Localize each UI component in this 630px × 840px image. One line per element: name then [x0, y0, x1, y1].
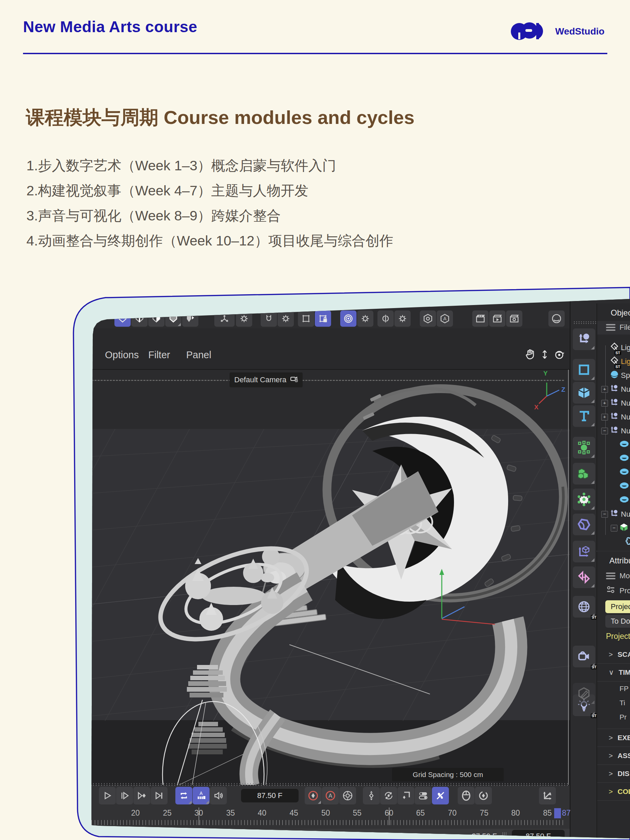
- viewport-3d[interactable]: Default Camera Y Z X Grid Spacing : 500 …: [68, 370, 570, 785]
- keyframe-mute-icon[interactable]: [432, 787, 449, 804]
- expand-minus-icon[interactable]: −: [601, 428, 608, 434]
- current-frame-field[interactable]: 87.50 F: [241, 789, 298, 802]
- panel-drag-handle[interactable]: [573, 321, 597, 324]
- section-col[interactable]: >COL: [597, 783, 630, 801]
- points-tool-icon[interactable]: [573, 437, 595, 458]
- field-time[interactable]: Ti: [597, 696, 630, 710]
- object-row-spline[interactable]: [597, 535, 630, 549]
- frame-grid-icon[interactable]: [298, 311, 314, 327]
- record-auto-icon[interactable]: A: [322, 787, 339, 804]
- cube-tool-icon[interactable]: [573, 382, 595, 404]
- expand-plus-icon[interactable]: +: [601, 414, 608, 420]
- text-tool-icon[interactable]: [573, 405, 595, 427]
- attributes-panel: Attribut Mod Pro Projec To Do Project >S…: [597, 552, 630, 840]
- axis-cube-tool-icon[interactable]: [573, 541, 595, 562]
- coordinates-icon[interactable]: [539, 787, 556, 804]
- clapper-play-icon[interactable]: [489, 311, 505, 327]
- timeline-drag-handle[interactable]: [68, 783, 570, 786]
- go-to-end-icon[interactable]: [151, 787, 167, 804]
- section-ass[interactable]: >ASS: [597, 747, 630, 765]
- hand-icon[interactable]: [526, 349, 535, 362]
- object-row-null[interactable]: + Nu: [597, 396, 630, 410]
- mouse-record-icon[interactable]: [458, 787, 475, 804]
- object-row-torus[interactable]: [597, 466, 630, 479]
- record-position-icon[interactable]: [305, 787, 322, 804]
- expand-minus-icon[interactable]: −: [611, 525, 617, 532]
- playhead-frame-label: 87: [562, 808, 571, 818]
- menu-panel[interactable]: Panel: [186, 349, 211, 361]
- object-row-light[interactable]: ST Lig: [597, 341, 630, 354]
- playhead[interactable]: [554, 808, 561, 818]
- globe-tool-icon[interactable]: ST: [573, 596, 595, 617]
- hex-pencil-tool-icon[interactable]: [573, 683, 595, 704]
- section-scale[interactable]: >SCA: [597, 646, 630, 663]
- spline-object-icon: [625, 537, 630, 548]
- object-row-null-expanded[interactable]: − Nu: [597, 507, 630, 521]
- camera-tool-icon[interactable]: ST: [573, 646, 595, 667]
- move-tool-icon[interactable]: [573, 328, 595, 350]
- objects-panel-menubar[interactable]: File: [597, 321, 630, 335]
- object-row-null[interactable]: + Nu: [597, 410, 630, 424]
- objects-file-menu[interactable]: File: [619, 323, 630, 332]
- field-preview[interactable]: Pr: [597, 710, 630, 729]
- field-tool-icon[interactable]: [573, 514, 595, 535]
- keyframe-toggle-icon[interactable]: [415, 787, 432, 804]
- keyframe-scale-icon[interactable]: [398, 787, 414, 804]
- menu-filter[interactable]: Filter: [148, 349, 170, 361]
- symmetry-icon[interactable]: [377, 311, 394, 327]
- object-row-null-expanded[interactable]: − Nu: [597, 424, 630, 438]
- attributes-mode-row[interactable]: Mod: [597, 569, 630, 583]
- rotation-record-icon[interactable]: [475, 787, 492, 804]
- object-row-torus[interactable]: [597, 438, 630, 452]
- expand-minus-icon[interactable]: −: [601, 511, 608, 518]
- tab-todo[interactable]: To Do: [605, 615, 630, 628]
- loop-icon[interactable]: [175, 787, 192, 804]
- play-icon[interactable]: [99, 787, 116, 804]
- object-row-cube[interactable]: −: [597, 521, 630, 535]
- object-row-null[interactable]: + Nu: [597, 382, 630, 396]
- gear-icon[interactable]: [278, 311, 294, 327]
- field-fps[interactable]: FP: [597, 682, 630, 696]
- rectangle-tool-icon[interactable]: [573, 359, 595, 381]
- gear-icon[interactable]: [395, 311, 411, 327]
- step-forward-icon[interactable]: [116, 787, 133, 804]
- tab-project[interactable]: Projec: [605, 600, 630, 613]
- record-settings-icon[interactable]: [339, 787, 356, 804]
- keyframe-rotation-icon[interactable]: [380, 787, 397, 804]
- object-row-torus[interactable]: [597, 479, 630, 493]
- gear-icon[interactable]: [357, 311, 373, 327]
- keyframe-position-icon[interactable]: [363, 787, 380, 804]
- render-ring-icon[interactable]: [548, 311, 565, 327]
- torus-object-icon: [619, 496, 629, 505]
- section-dis[interactable]: >DIS: [597, 765, 630, 783]
- attributes-pro-row[interactable]: Pro: [597, 583, 630, 598]
- timeline-ruler-ticks[interactable]: [73, 820, 565, 825]
- volume-icon[interactable]: [210, 787, 227, 804]
- orbit-icon[interactable]: [554, 349, 565, 362]
- clapper-gear-icon[interactable]: [506, 311, 523, 327]
- object-row-torus[interactable]: [597, 493, 630, 507]
- exchange-tool-icon[interactable]: [573, 567, 595, 588]
- camera-label[interactable]: Default Camera: [229, 373, 303, 387]
- expand-plus-icon[interactable]: +: [601, 386, 608, 393]
- volume-tool-icon[interactable]: [573, 463, 595, 485]
- hex-auto-icon[interactable]: A: [437, 311, 453, 327]
- torus-object-icon: [619, 468, 629, 477]
- expand-plus-icon[interactable]: +: [601, 400, 608, 407]
- next-key-icon[interactable]: [133, 787, 150, 804]
- object-row-light-selected[interactable]: ST Lig: [597, 354, 630, 368]
- object-row-sphere[interactable]: Sp: [597, 368, 630, 382]
- ruler-label: 25: [157, 808, 177, 818]
- simulation-tool-icon[interactable]: [573, 489, 595, 510]
- pan-vertical-icon[interactable]: [540, 349, 549, 362]
- section-time[interactable]: ∨TIM: [597, 663, 630, 682]
- render-target-icon[interactable]: [340, 311, 357, 327]
- hex-view-icon[interactable]: [420, 311, 436, 327]
- frame-lock-icon[interactable]: [315, 311, 331, 327]
- menu-options[interactable]: Options: [105, 349, 139, 361]
- section-exe[interactable]: >EXE: [597, 729, 630, 747]
- gizmo-y-label: Y: [543, 370, 548, 377]
- autokey-icon[interactable]: A: [193, 787, 210, 804]
- clapper-icon[interactable]: [472, 311, 488, 327]
- object-row-torus[interactable]: [597, 452, 630, 466]
